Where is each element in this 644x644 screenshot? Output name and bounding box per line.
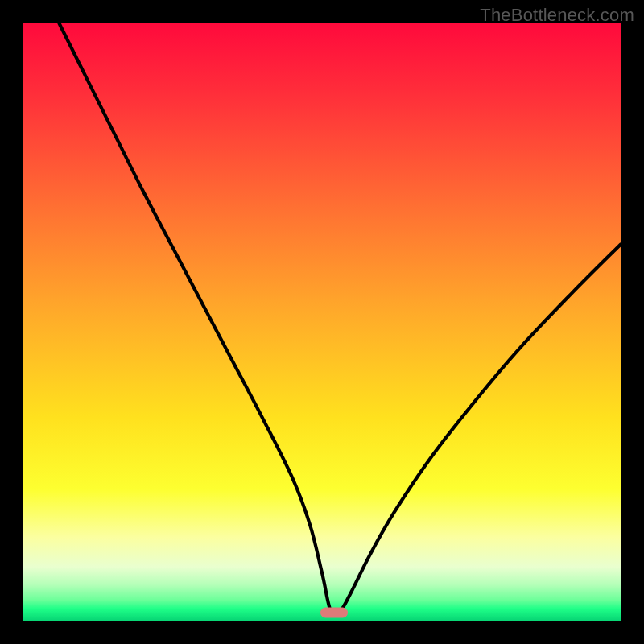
watermark-text: TheBottleneck.com xyxy=(480,5,634,26)
optimal-point-marker xyxy=(320,607,348,617)
chart-frame: TheBottleneck.com xyxy=(0,0,644,644)
plot-area xyxy=(23,23,621,621)
bottleneck-curve xyxy=(23,23,621,621)
